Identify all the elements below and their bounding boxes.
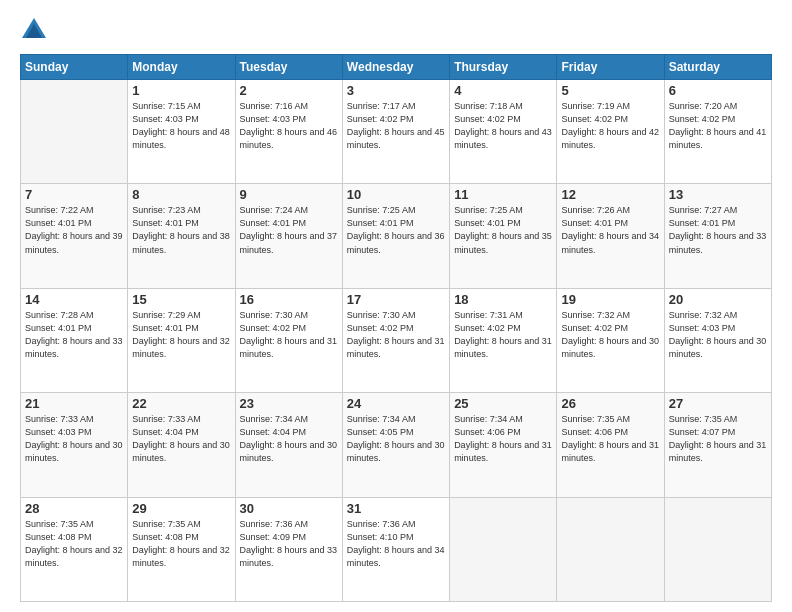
calendar-cell: 12Sunrise: 7:26 AM Sunset: 4:01 PM Dayli… bbox=[557, 184, 664, 288]
day-number: 4 bbox=[454, 83, 552, 98]
day-info: Sunrise: 7:28 AM Sunset: 4:01 PM Dayligh… bbox=[25, 309, 123, 361]
calendar-cell: 30Sunrise: 7:36 AM Sunset: 4:09 PM Dayli… bbox=[235, 497, 342, 601]
day-number: 6 bbox=[669, 83, 767, 98]
day-number: 27 bbox=[669, 396, 767, 411]
calendar-cell bbox=[664, 497, 771, 601]
day-number: 3 bbox=[347, 83, 445, 98]
day-info: Sunrise: 7:19 AM Sunset: 4:02 PM Dayligh… bbox=[561, 100, 659, 152]
day-number: 24 bbox=[347, 396, 445, 411]
calendar-cell: 24Sunrise: 7:34 AM Sunset: 4:05 PM Dayli… bbox=[342, 393, 449, 497]
col-header-tuesday: Tuesday bbox=[235, 55, 342, 80]
calendar-cell: 5Sunrise: 7:19 AM Sunset: 4:02 PM Daylig… bbox=[557, 80, 664, 184]
day-number: 2 bbox=[240, 83, 338, 98]
calendar-cell: 17Sunrise: 7:30 AM Sunset: 4:02 PM Dayli… bbox=[342, 288, 449, 392]
calendar-cell: 13Sunrise: 7:27 AM Sunset: 4:01 PM Dayli… bbox=[664, 184, 771, 288]
day-info: Sunrise: 7:33 AM Sunset: 4:04 PM Dayligh… bbox=[132, 413, 230, 465]
day-number: 21 bbox=[25, 396, 123, 411]
calendar-week-row: 28Sunrise: 7:35 AM Sunset: 4:08 PM Dayli… bbox=[21, 497, 772, 601]
calendar-cell: 18Sunrise: 7:31 AM Sunset: 4:02 PM Dayli… bbox=[450, 288, 557, 392]
calendar-cell: 26Sunrise: 7:35 AM Sunset: 4:06 PM Dayli… bbox=[557, 393, 664, 497]
day-info: Sunrise: 7:18 AM Sunset: 4:02 PM Dayligh… bbox=[454, 100, 552, 152]
day-number: 13 bbox=[669, 187, 767, 202]
day-info: Sunrise: 7:29 AM Sunset: 4:01 PM Dayligh… bbox=[132, 309, 230, 361]
day-info: Sunrise: 7:26 AM Sunset: 4:01 PM Dayligh… bbox=[561, 204, 659, 256]
day-number: 1 bbox=[132, 83, 230, 98]
calendar-header-row: SundayMondayTuesdayWednesdayThursdayFrid… bbox=[21, 55, 772, 80]
calendar-cell: 16Sunrise: 7:30 AM Sunset: 4:02 PM Dayli… bbox=[235, 288, 342, 392]
calendar-cell: 14Sunrise: 7:28 AM Sunset: 4:01 PM Dayli… bbox=[21, 288, 128, 392]
day-number: 22 bbox=[132, 396, 230, 411]
day-number: 9 bbox=[240, 187, 338, 202]
day-info: Sunrise: 7:25 AM Sunset: 4:01 PM Dayligh… bbox=[347, 204, 445, 256]
page: SundayMondayTuesdayWednesdayThursdayFrid… bbox=[0, 0, 792, 612]
logo-icon bbox=[20, 16, 48, 44]
day-number: 11 bbox=[454, 187, 552, 202]
calendar-week-row: 14Sunrise: 7:28 AM Sunset: 4:01 PM Dayli… bbox=[21, 288, 772, 392]
day-number: 10 bbox=[347, 187, 445, 202]
day-info: Sunrise: 7:31 AM Sunset: 4:02 PM Dayligh… bbox=[454, 309, 552, 361]
calendar-cell: 15Sunrise: 7:29 AM Sunset: 4:01 PM Dayli… bbox=[128, 288, 235, 392]
day-number: 31 bbox=[347, 501, 445, 516]
day-number: 18 bbox=[454, 292, 552, 307]
calendar-table: SundayMondayTuesdayWednesdayThursdayFrid… bbox=[20, 54, 772, 602]
logo bbox=[20, 16, 52, 44]
day-number: 26 bbox=[561, 396, 659, 411]
day-number: 7 bbox=[25, 187, 123, 202]
calendar-cell bbox=[557, 497, 664, 601]
day-info: Sunrise: 7:33 AM Sunset: 4:03 PM Dayligh… bbox=[25, 413, 123, 465]
day-info: Sunrise: 7:27 AM Sunset: 4:01 PM Dayligh… bbox=[669, 204, 767, 256]
day-info: Sunrise: 7:15 AM Sunset: 4:03 PM Dayligh… bbox=[132, 100, 230, 152]
calendar-cell: 6Sunrise: 7:20 AM Sunset: 4:02 PM Daylig… bbox=[664, 80, 771, 184]
day-info: Sunrise: 7:22 AM Sunset: 4:01 PM Dayligh… bbox=[25, 204, 123, 256]
calendar-cell: 1Sunrise: 7:15 AM Sunset: 4:03 PM Daylig… bbox=[128, 80, 235, 184]
day-number: 14 bbox=[25, 292, 123, 307]
day-info: Sunrise: 7:34 AM Sunset: 4:05 PM Dayligh… bbox=[347, 413, 445, 465]
calendar-cell bbox=[21, 80, 128, 184]
calendar-cell: 28Sunrise: 7:35 AM Sunset: 4:08 PM Dayli… bbox=[21, 497, 128, 601]
day-info: Sunrise: 7:30 AM Sunset: 4:02 PM Dayligh… bbox=[240, 309, 338, 361]
calendar-week-row: 7Sunrise: 7:22 AM Sunset: 4:01 PM Daylig… bbox=[21, 184, 772, 288]
day-number: 30 bbox=[240, 501, 338, 516]
day-number: 19 bbox=[561, 292, 659, 307]
calendar-cell: 25Sunrise: 7:34 AM Sunset: 4:06 PM Dayli… bbox=[450, 393, 557, 497]
calendar-cell: 22Sunrise: 7:33 AM Sunset: 4:04 PM Dayli… bbox=[128, 393, 235, 497]
day-number: 12 bbox=[561, 187, 659, 202]
calendar-cell: 31Sunrise: 7:36 AM Sunset: 4:10 PM Dayli… bbox=[342, 497, 449, 601]
day-info: Sunrise: 7:20 AM Sunset: 4:02 PM Dayligh… bbox=[669, 100, 767, 152]
day-info: Sunrise: 7:32 AM Sunset: 4:03 PM Dayligh… bbox=[669, 309, 767, 361]
day-info: Sunrise: 7:36 AM Sunset: 4:09 PM Dayligh… bbox=[240, 518, 338, 570]
day-info: Sunrise: 7:34 AM Sunset: 4:06 PM Dayligh… bbox=[454, 413, 552, 465]
header bbox=[20, 16, 772, 44]
col-header-monday: Monday bbox=[128, 55, 235, 80]
day-info: Sunrise: 7:35 AM Sunset: 4:08 PM Dayligh… bbox=[132, 518, 230, 570]
day-info: Sunrise: 7:35 AM Sunset: 4:06 PM Dayligh… bbox=[561, 413, 659, 465]
calendar-cell: 8Sunrise: 7:23 AM Sunset: 4:01 PM Daylig… bbox=[128, 184, 235, 288]
day-number: 8 bbox=[132, 187, 230, 202]
day-number: 23 bbox=[240, 396, 338, 411]
calendar-cell: 4Sunrise: 7:18 AM Sunset: 4:02 PM Daylig… bbox=[450, 80, 557, 184]
day-info: Sunrise: 7:35 AM Sunset: 4:08 PM Dayligh… bbox=[25, 518, 123, 570]
day-number: 15 bbox=[132, 292, 230, 307]
day-info: Sunrise: 7:34 AM Sunset: 4:04 PM Dayligh… bbox=[240, 413, 338, 465]
day-number: 17 bbox=[347, 292, 445, 307]
day-info: Sunrise: 7:32 AM Sunset: 4:02 PM Dayligh… bbox=[561, 309, 659, 361]
col-header-thursday: Thursday bbox=[450, 55, 557, 80]
calendar-cell: 10Sunrise: 7:25 AM Sunset: 4:01 PM Dayli… bbox=[342, 184, 449, 288]
day-info: Sunrise: 7:25 AM Sunset: 4:01 PM Dayligh… bbox=[454, 204, 552, 256]
day-info: Sunrise: 7:23 AM Sunset: 4:01 PM Dayligh… bbox=[132, 204, 230, 256]
day-number: 29 bbox=[132, 501, 230, 516]
calendar-cell: 29Sunrise: 7:35 AM Sunset: 4:08 PM Dayli… bbox=[128, 497, 235, 601]
calendar-cell: 9Sunrise: 7:24 AM Sunset: 4:01 PM Daylig… bbox=[235, 184, 342, 288]
calendar-cell: 11Sunrise: 7:25 AM Sunset: 4:01 PM Dayli… bbox=[450, 184, 557, 288]
day-number: 5 bbox=[561, 83, 659, 98]
day-number: 25 bbox=[454, 396, 552, 411]
calendar-week-row: 1Sunrise: 7:15 AM Sunset: 4:03 PM Daylig… bbox=[21, 80, 772, 184]
calendar-cell: 7Sunrise: 7:22 AM Sunset: 4:01 PM Daylig… bbox=[21, 184, 128, 288]
calendar-cell: 3Sunrise: 7:17 AM Sunset: 4:02 PM Daylig… bbox=[342, 80, 449, 184]
calendar-cell: 21Sunrise: 7:33 AM Sunset: 4:03 PM Dayli… bbox=[21, 393, 128, 497]
col-header-wednesday: Wednesday bbox=[342, 55, 449, 80]
col-header-sunday: Sunday bbox=[21, 55, 128, 80]
day-number: 28 bbox=[25, 501, 123, 516]
calendar-cell: 19Sunrise: 7:32 AM Sunset: 4:02 PM Dayli… bbox=[557, 288, 664, 392]
day-info: Sunrise: 7:24 AM Sunset: 4:01 PM Dayligh… bbox=[240, 204, 338, 256]
